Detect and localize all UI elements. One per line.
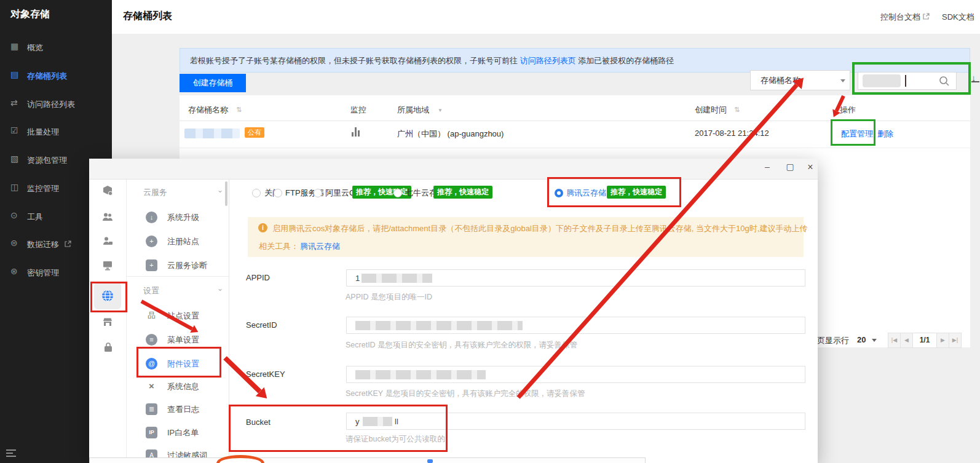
- users-rail-icon[interactable]: [101, 211, 114, 223]
- migrate-icon: ⊜: [10, 238, 22, 248]
- appid-label: APPID: [246, 273, 270, 282]
- access-badge: 公有: [245, 127, 264, 138]
- recommend-badge: 推荐，快速稳定: [352, 186, 411, 199]
- pager-next-button[interactable]: ▶: [936, 333, 949, 348]
- notice-text-before: 若根账号授予了子账号某存储桶的权限，但未授子账号获取存储桶列表的权限，子账号可前…: [190, 56, 520, 65]
- minimize-button[interactable]: –: [761, 162, 774, 172]
- maximize-button[interactable]: ▢: [783, 162, 797, 172]
- secretkey-value-redacted: [355, 370, 486, 379]
- menu-list-icon: ≡: [146, 334, 157, 346]
- menu-item-system-info[interactable]: 系统信息: [167, 381, 199, 392]
- warning-text: 启用腾讯云cos对象存储后，请把/attachment目录（不包括此目录及glo…: [272, 223, 807, 234]
- bucket-icon: ▤: [10, 69, 22, 79]
- create-bucket-button[interactable]: 创建存储桶: [180, 74, 246, 92]
- background-window-edge: [89, 457, 646, 463]
- secretid-label: SecretID: [246, 320, 277, 330]
- link-icon: ⇄: [10, 98, 22, 108]
- user-lock-rail-icon[interactable]: [101, 235, 114, 247]
- radio-off[interactable]: [252, 189, 261, 197]
- annotation-box-tencent-option: [547, 177, 681, 207]
- log-icon: ≣: [146, 403, 157, 415]
- menu-item-register-site[interactable]: 注册站点: [167, 236, 199, 247]
- sidebar-title: 对象存储: [10, 8, 50, 21]
- sitemap-icon: 品: [146, 310, 157, 322]
- sidebar-collapse-icon[interactable]: [6, 449, 16, 457]
- sidebar-item-bucket-list[interactable]: ▤存储桶列表: [0, 69, 112, 84]
- col-monitor: 监控: [350, 105, 366, 116]
- wrench-icon: ×: [146, 381, 157, 392]
- menu-section-settings[interactable]: 设置: [143, 285, 159, 296]
- menu-item-view-logs[interactable]: 查看日志: [167, 404, 199, 415]
- annotation-box-configure-link: [831, 119, 875, 146]
- warning-tools-label: 相关工具：: [259, 241, 299, 252]
- filter-icon[interactable]: ▼: [438, 108, 443, 113]
- grid-icon: ▦: [10, 41, 22, 51]
- console-doc-link[interactable]: 控制台文档: [880, 12, 930, 23]
- recommend-badge: 推荐，快速稳定: [433, 186, 492, 199]
- region-cell: 广州（中国） (ap-guangzhou): [397, 129, 504, 140]
- secretkey-input[interactable]: [346, 366, 805, 383]
- notice-text-after: 添加已被授权的存储桶路径: [576, 56, 674, 65]
- upgrade-icon: ↓: [146, 212, 157, 223]
- menu-scrollbar[interactable]: [225, 181, 227, 206]
- plus-icon: +: [146, 235, 157, 247]
- secretkey-label: SecretKEY: [246, 370, 285, 379]
- page-title: 存储桶列表: [123, 10, 172, 23]
- pager-prev-button[interactable]: ◀: [900, 333, 913, 348]
- taskbar-app-icon: [427, 459, 433, 463]
- store-rail-icon[interactable]: [101, 316, 114, 328]
- screen: 对象存储 ▦概览 ▤存储桶列表 ⇄访问路径列表 ☑批量处理 ▧资源包管理 ◫监控…: [0, 0, 980, 463]
- monitor-rail-icon[interactable]: [101, 259, 114, 271]
- topbar: [112, 0, 980, 34]
- chevron-down-icon: ⌄: [217, 186, 223, 194]
- external-link-icon: [923, 13, 930, 20]
- appid-value-redacted: [362, 274, 432, 283]
- sidebar-item-batch[interactable]: ☑批量处理: [0, 125, 112, 140]
- sidebar-item-access-paths[interactable]: ⇄访问路径列表: [0, 97, 112, 112]
- appid-input[interactable]: 1: [346, 269, 805, 287]
- secretid-hint: SecretID 是您项目的安全密钥，具有该账户完全的权限，请妥善保管: [346, 340, 577, 350]
- diagnose-icon: +: [146, 259, 157, 271]
- chevron-down-icon[interactable]: [872, 339, 877, 342]
- package-icon: ▧: [10, 154, 22, 164]
- annotation-box-search: [852, 62, 971, 95]
- monitor-chart-icon[interactable]: [352, 127, 361, 138]
- menu-item-menu-settings[interactable]: 菜单设置: [167, 334, 199, 346]
- sidebar-item-overview[interactable]: ▦概览: [0, 41, 112, 55]
- sort-icon[interactable]: ⇅: [734, 106, 740, 114]
- col-actions: 操作: [840, 105, 856, 116]
- pager-last-button[interactable]: ▶|: [949, 333, 962, 348]
- close-button[interactable]: ×: [804, 162, 817, 173]
- appid-value-prefix: 1: [355, 274, 360, 283]
- bucket-name-redacted[interactable]: [184, 129, 240, 138]
- tencent-cos-tool-link[interactable]: 腾讯云存储: [300, 241, 340, 252]
- menu-item-ip-whitelist[interactable]: IP白名单: [167, 427, 199, 438]
- radio-qiniu[interactable]: [393, 189, 402, 197]
- delete-link[interactable]: 删除: [877, 129, 893, 140]
- appid-hint: APPID 是您项目的唯一ID: [346, 292, 432, 303]
- menu-item-system-upgrade[interactable]: 系统升级: [167, 212, 199, 223]
- download-icon[interactable]: ↓: [971, 73, 979, 82]
- bag-rail-icon[interactable]: [102, 341, 114, 354]
- sort-icon[interactable]: ⇅: [236, 106, 242, 114]
- menu-item-cloud-diagnose[interactable]: 云服务诊断: [167, 260, 207, 271]
- external-link-icon: [65, 240, 71, 247]
- col-bucket-name: 存储桶名称: [188, 105, 228, 116]
- annotation-box-attachment-menu: [136, 347, 221, 378]
- menu-section-cloud[interactable]: 云服务: [143, 187, 167, 198]
- annotation-box-bucket-field: [229, 405, 448, 452]
- sdk-doc-link[interactable]: SDK文档: [942, 12, 974, 23]
- chevron-down-icon: ⌄: [217, 284, 223, 293]
- cloud-service-rail-icon[interactable]: [101, 184, 114, 197]
- chevron-down-icon: [840, 79, 845, 82]
- col-region: 所属地域: [397, 105, 429, 116]
- secretkey-hint: SecretKEY 是您项目的安全密钥，具有该账户完全的权限，请妥善保管: [346, 389, 585, 399]
- per-page-value[interactable]: 20: [857, 335, 866, 344]
- radio-aliyun-oss[interactable]: [314, 189, 322, 197]
- annotation-box-globe-icon: [90, 282, 127, 312]
- col-created: 创建时间: [695, 105, 727, 116]
- radio-ftp[interactable]: [274, 189, 282, 197]
- access-path-page-link[interactable]: 访问路径列表页: [520, 56, 576, 65]
- pager-first-button[interactable]: |◀: [888, 333, 901, 348]
- ip-icon: IP: [146, 427, 157, 438]
